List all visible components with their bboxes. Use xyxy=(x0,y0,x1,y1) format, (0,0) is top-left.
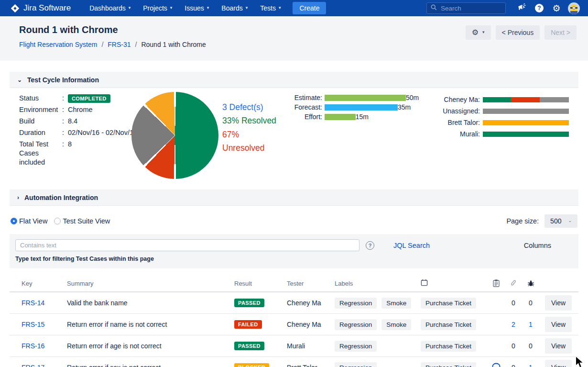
time-label: Effort: xyxy=(287,113,322,121)
main-content: ⌄ Test Cycle Information Status:COMPLETE… xyxy=(0,72,588,367)
menu-projects[interactable]: Projects▾ xyxy=(137,0,178,16)
tester-row: Murali: xyxy=(430,128,569,140)
contains-text-input[interactable] xyxy=(15,239,359,251)
chevron-down-icon: ▾ xyxy=(170,5,173,10)
result-badge: PASSED xyxy=(234,342,264,350)
jira-logo-icon xyxy=(11,4,20,13)
field-label: Total Test Cases included xyxy=(19,140,61,167)
col-key: Key xyxy=(22,280,67,287)
breadcrumb-link[interactable]: Flight Reservation System xyxy=(19,41,97,48)
view-button[interactable]: View xyxy=(545,317,572,332)
page-size-value: 500 xyxy=(550,217,561,225)
issue-key-link[interactable]: FRS-17 xyxy=(22,364,44,367)
menu-boards[interactable]: Boards▾ xyxy=(215,0,254,16)
defect-summary-line: 67% Unresolved xyxy=(222,128,281,155)
chevron-right-icon: › xyxy=(17,194,19,201)
tester-row: Unassigned: xyxy=(430,105,569,117)
megaphone-icon xyxy=(517,2,527,14)
tester-bar xyxy=(483,97,569,102)
flat-view-label: Flat View xyxy=(19,217,47,225)
issue-key-link[interactable]: FRS-16 xyxy=(22,342,44,350)
table-row: FRS-16Return error if age is not correct… xyxy=(10,335,578,357)
label-chip: Regression xyxy=(335,319,377,330)
view-button[interactable]: View xyxy=(545,295,572,311)
issue-key-link[interactable]: FRS-15 xyxy=(22,321,44,328)
page-header: Round 1 with Chrome Flight Reservation S… xyxy=(0,16,588,61)
search-placeholder: Search xyxy=(441,5,461,12)
flat-view-radio[interactable]: Flat View xyxy=(11,217,47,225)
chevron-down-icon: ▾ xyxy=(246,5,248,10)
announcements-button[interactable] xyxy=(513,0,531,16)
page-size-control: Page size: 500 ⌄ xyxy=(506,214,577,228)
section-test-cycle-information[interactable]: ⌄ Test Cycle Information xyxy=(10,72,578,88)
columns-button[interactable]: Columns xyxy=(524,242,551,249)
menu-label: Projects xyxy=(143,4,167,12)
cycle-field: Status:COMPLETED xyxy=(19,94,139,103)
profile-button[interactable] xyxy=(565,0,582,16)
view-button[interactable]: View xyxy=(545,338,572,354)
defects-count: 0 xyxy=(522,342,539,350)
tester-label: Brett Talor: xyxy=(430,119,480,126)
jira-logo[interactable]: Jira Software xyxy=(11,3,71,13)
cycle-settings-button[interactable]: ⚙ ▾ xyxy=(466,25,491,40)
cycle-field: Build:8.4 xyxy=(19,117,139,126)
breadcrumb: Flight Reservation System/FRS-31/Round 1… xyxy=(19,41,206,48)
page-size-select[interactable]: 500 ⌄ xyxy=(544,214,577,228)
breadcrumb-link[interactable]: FRS-31 xyxy=(108,41,131,48)
attachments-count[interactable]: 2 xyxy=(505,321,522,328)
search-icon xyxy=(431,4,437,12)
settings-button[interactable]: ⚙ xyxy=(548,0,565,16)
summary-cell: Valid the bank name xyxy=(67,299,234,307)
status-badge: COMPLETED xyxy=(68,94,110,103)
previous-button[interactable]: < Previous xyxy=(496,25,540,40)
labels-cell: Regression xyxy=(335,362,421,367)
tester-cell: Cheney Ma xyxy=(287,321,335,328)
question-circle-icon[interactable]: ? xyxy=(366,241,374,250)
menu-issues[interactable]: Issues▾ xyxy=(178,0,215,16)
summary-cell: Return error if name is not correct xyxy=(67,321,234,328)
comment-cell xyxy=(488,363,505,367)
result-badge: BLOCKED xyxy=(234,363,269,367)
section-title: Automation Integration xyxy=(24,194,98,201)
field-label: Environment xyxy=(19,105,61,114)
tester-cell: Brett Talor xyxy=(287,364,335,367)
help-button[interactable]: ? xyxy=(531,0,548,16)
field-label: Duration xyxy=(19,128,61,137)
feature-chip: Purchase Ticket xyxy=(421,319,476,330)
defects-count[interactable]: 1 xyxy=(522,321,539,328)
test-suite-view-radio[interactable]: Test Suite View xyxy=(54,217,110,225)
labels-cell: RegressionSmoke xyxy=(335,298,421,309)
tester-row: Brett Talor: xyxy=(430,117,569,128)
issue-key-link[interactable]: FRS-14 xyxy=(22,299,44,307)
section-title: Test Cycle Information xyxy=(27,76,99,84)
jql-search-link[interactable]: JQL Search xyxy=(393,242,430,249)
view-controls: Flat View Test Suite View Page size: 500… xyxy=(11,214,577,228)
breadcrumb-current: Round 1 with Chrome xyxy=(141,41,206,48)
defects-count[interactable]: 1 xyxy=(522,364,539,367)
feature-chip: Purchase Ticket xyxy=(421,341,476,352)
section-automation-integration[interactable]: › Automation Integration xyxy=(10,189,578,206)
cycle-fields: Status:COMPLETEDEnvironment:ChromeBuild:… xyxy=(19,94,139,169)
view-button[interactable]: View xyxy=(545,360,572,367)
top-navbar: Jira Software Dashboards▾Projects▾Issues… xyxy=(0,0,588,16)
attachments-count: 0 xyxy=(505,342,522,350)
labels-cell: Regression xyxy=(335,341,421,352)
create-button[interactable]: Create xyxy=(293,2,326,14)
label-chip: Smoke xyxy=(381,319,411,330)
table-row: FRS-17Return error if sex is not correct… xyxy=(10,357,578,367)
avatar xyxy=(568,2,580,14)
chevron-down-icon: ⌄ xyxy=(568,218,572,223)
col-tester: Tester xyxy=(287,280,335,287)
time-row: Estimate:50m xyxy=(287,93,419,102)
label-chip: Regression xyxy=(335,362,377,367)
tester-label: Cheney Ma: xyxy=(430,96,480,103)
result-badge: PASSED xyxy=(234,299,264,307)
menu-dashboards[interactable]: Dashboards▾ xyxy=(83,0,137,16)
global-search[interactable]: Search xyxy=(426,2,506,14)
page-size-label: Page size: xyxy=(506,217,539,225)
next-button[interactable]: Next > xyxy=(544,25,577,40)
main-menu: Dashboards▾Projects▾Issues▾Boards▾Tests▾ xyxy=(83,0,287,16)
defect-summary: 3 Defect(s)33% Resolved67% Unresolved xyxy=(222,100,281,155)
comment-icon[interactable] xyxy=(492,363,501,367)
menu-tests[interactable]: Tests▾ xyxy=(254,0,287,16)
